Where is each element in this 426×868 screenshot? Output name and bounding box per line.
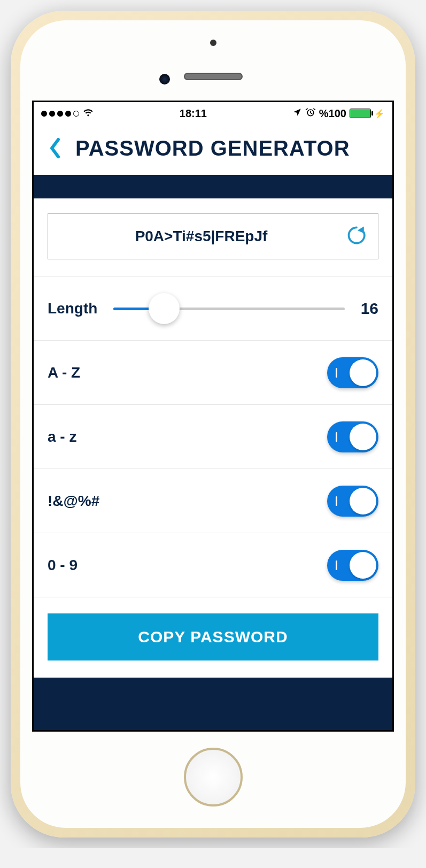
chevron-left-icon [49, 137, 61, 159]
refresh-icon [345, 224, 368, 247]
status-right: %100 ⚡ [292, 107, 385, 120]
generated-password: P0A>Ti#s5|FREpJf [58, 228, 345, 245]
toggle-knob [350, 359, 376, 386]
home-button[interactable] [184, 748, 243, 806]
toggle-lowercase[interactable] [327, 421, 378, 452]
option-row-uppercase: A - Z [34, 341, 392, 405]
front-camera [159, 74, 170, 85]
alarm-icon [305, 107, 316, 120]
password-display-box: P0A>Ti#s5|FREpJf [48, 213, 378, 259]
header-divider-bar [34, 175, 392, 198]
copy-password-button[interactable]: COPY PASSWORD [48, 613, 378, 660]
earpiece-speaker [184, 73, 243, 80]
option-row-lowercase: a - z [34, 405, 392, 469]
battery-icon [350, 109, 371, 118]
proximity-sensor [210, 40, 216, 46]
toggle-symbols[interactable] [327, 486, 378, 517]
copy-area: COPY PASSWORD [34, 597, 392, 660]
toggle-knob [350, 488, 376, 514]
location-icon [292, 107, 302, 120]
length-label: Length [48, 300, 97, 317]
phone-frame: 18:11 %100 ⚡ [11, 11, 415, 838]
option-row-digits: 0 - 9 [34, 533, 392, 597]
regenerate-button[interactable] [345, 224, 368, 249]
charging-icon: ⚡ [374, 109, 385, 119]
status-time: 18:11 [180, 107, 207, 120]
screen: 18:11 %100 ⚡ [32, 101, 394, 732]
length-slider[interactable] [113, 295, 344, 322]
bottom-panel [34, 678, 392, 730]
password-section: P0A>Ti#s5|FREpJf [34, 198, 392, 259]
status-bar: 18:11 %100 ⚡ [34, 102, 392, 125]
slider-thumb[interactable] [149, 293, 180, 324]
options-list: Length 16 A - Z a - z [34, 259, 392, 597]
toggle-knob [350, 552, 376, 579]
wifi-icon [82, 106, 94, 121]
back-button[interactable] [44, 135, 66, 161]
status-left [41, 106, 94, 121]
option-label-symbols: !&@%# [48, 493, 99, 510]
toggle-uppercase[interactable] [327, 357, 378, 388]
option-label-uppercase: A - Z [48, 364, 80, 381]
toggle-digits[interactable] [327, 550, 378, 581]
signal-strength-icon [41, 111, 79, 117]
phone-bezel: 18:11 %100 ⚡ [20, 20, 406, 828]
option-row-symbols: !&@%# [34, 469, 392, 533]
length-value: 16 [361, 299, 378, 318]
battery-percent: %100 [319, 107, 346, 120]
battery-fill [350, 109, 370, 118]
page-title: PASSWORD GENERATOR [75, 136, 350, 160]
svg-marker-1 [358, 227, 364, 234]
option-label-digits: 0 - 9 [48, 557, 78, 574]
toggle-knob [350, 424, 376, 450]
length-row: Length 16 [34, 276, 392, 341]
nav-header: PASSWORD GENERATOR [34, 125, 392, 175]
option-label-lowercase: a - z [48, 428, 76, 445]
